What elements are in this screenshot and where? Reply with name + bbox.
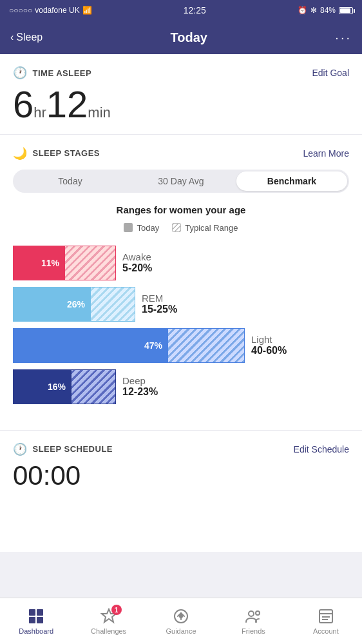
svg-point-6 xyxy=(179,614,183,618)
svg-rect-2 xyxy=(29,617,35,623)
schedule-clock-icon: 🕐 xyxy=(13,442,28,456)
sleep-stages-section: 🌙 SLEEP STAGES Learn More Today 30 Day A… xyxy=(0,135,362,424)
bar-light-hatched xyxy=(167,328,245,363)
tab-30-day-avg[interactable]: 30 Day Avg xyxy=(126,171,236,191)
back-chevron-icon: ‹ xyxy=(10,32,14,43)
svg-rect-0 xyxy=(29,609,35,616)
bar-light-label: Light 40-60% xyxy=(251,334,287,356)
nav-dashboard[interactable]: Dashboard xyxy=(0,598,72,644)
nav-account-label: Account xyxy=(313,627,339,635)
legend-today: Today xyxy=(124,223,159,233)
nav-account[interactable]: Account xyxy=(290,598,362,644)
bar-light-solid: 47% xyxy=(13,328,167,363)
bar-rem-solid: 26% xyxy=(13,287,90,322)
signal-dots: ○○○○○ xyxy=(9,6,32,15)
sleep-schedule-title: 🕐 SLEEP SCHEDULE xyxy=(13,442,113,456)
bluetooth-icon: ✻ xyxy=(310,6,317,15)
legend-typical-box xyxy=(172,223,181,232)
wifi-icon: 📶 xyxy=(82,6,92,15)
status-bar: ○○○○○ vodafone UK 📶 12:25 ⏰ ✻ 84% xyxy=(0,0,362,21)
main-content: 🕐 TIME ASLEEP Edit Goal 6hr12min 🌙 SLEEP… xyxy=(0,54,362,552)
time-asleep-section: 🕐 TIME ASLEEP Edit Goal 6hr12min xyxy=(0,54,362,135)
guidance-icon xyxy=(172,607,190,625)
bar-deep-hatched xyxy=(71,369,116,404)
clock-icon: 🕐 xyxy=(13,66,28,80)
status-icons: ⏰ ✻ 84% xyxy=(298,6,353,15)
svg-point-7 xyxy=(249,611,254,616)
nav-friends[interactable]: Friends xyxy=(217,598,289,644)
bar-deep-solid: 16% xyxy=(13,369,71,404)
bar-rem-label: REM 15-25% xyxy=(142,293,177,315)
account-icon xyxy=(317,607,335,625)
nav-challenges[interactable]: 1 Challenges xyxy=(72,598,144,644)
chart-title: Ranges for women your age xyxy=(13,204,349,215)
bottom-nav: Dashboard 1 Challenges Guidance xyxy=(0,598,362,644)
moon-icon: 🌙 xyxy=(13,146,28,161)
nav-challenges-label: Challenges xyxy=(91,627,126,635)
legend-today-box xyxy=(124,223,133,232)
bar-deep: 16% Deep 12-23% xyxy=(13,369,349,404)
tab-today[interactable]: Today xyxy=(15,171,126,191)
challenges-icon: 1 xyxy=(100,607,118,625)
svg-point-8 xyxy=(256,611,260,615)
sleep-stages-title: 🌙 SLEEP STAGES xyxy=(13,146,100,161)
nav-dashboard-label: Dashboard xyxy=(19,627,53,635)
bar-awake: 11% Awake 5-20% xyxy=(13,246,349,280)
nav-bar: ‹ Sleep Today ··· xyxy=(0,21,362,54)
bar-light: 47% Light 40-60% xyxy=(13,328,349,363)
alarm-icon: ⏰ xyxy=(298,6,307,15)
edit-schedule-button[interactable]: Edit Schedule xyxy=(294,444,349,454)
chart-legend: Today Typical Range xyxy=(13,223,349,233)
edit-goal-button[interactable]: Edit Goal xyxy=(312,68,349,78)
bar-rem-hatched xyxy=(90,287,135,322)
time-asleep-value: 6hr12min xyxy=(13,84,349,125)
sleep-schedule-section: 🕐 SLEEP SCHEDULE Edit Schedule 00:00 xyxy=(0,430,362,500)
stage-tabs: Today 30 Day Avg Benchmark xyxy=(13,170,349,193)
back-button[interactable]: ‹ Sleep xyxy=(10,32,43,43)
learn-more-button[interactable]: Learn More xyxy=(303,148,349,159)
nav-title: Today xyxy=(171,30,207,45)
nav-more-button[interactable]: ··· xyxy=(335,30,352,45)
bar-deep-label: Deep 12-23% xyxy=(122,375,158,398)
bar-awake-hatched xyxy=(64,246,116,280)
battery-icon xyxy=(339,7,353,14)
dashboard-icon xyxy=(27,607,45,625)
nav-guidance-label: Guidance xyxy=(166,627,196,635)
svg-rect-1 xyxy=(37,609,43,616)
challenges-badge: 1 xyxy=(111,605,122,615)
bar-rem: 26% REM 15-25% xyxy=(13,287,349,322)
legend-typical: Typical Range xyxy=(172,223,238,233)
nav-friends-label: Friends xyxy=(242,627,265,635)
status-carrier: ○○○○○ vodafone UK 📶 xyxy=(9,6,92,15)
svg-rect-3 xyxy=(37,617,43,623)
nav-guidance[interactable]: Guidance xyxy=(145,598,217,644)
bar-awake-solid: 11% xyxy=(13,246,64,280)
sleep-bars: 11% Awake 5-20% 26% REM 15-25% xyxy=(13,246,349,411)
tab-benchmark[interactable]: Benchmark xyxy=(236,171,347,191)
schedule-time: 00:00 xyxy=(13,460,349,491)
time-asleep-title: 🕐 TIME ASLEEP xyxy=(13,66,91,80)
bar-awake-label: Awake 5-20% xyxy=(122,251,152,274)
friends-icon xyxy=(244,607,262,625)
status-time: 12:25 xyxy=(184,5,206,15)
